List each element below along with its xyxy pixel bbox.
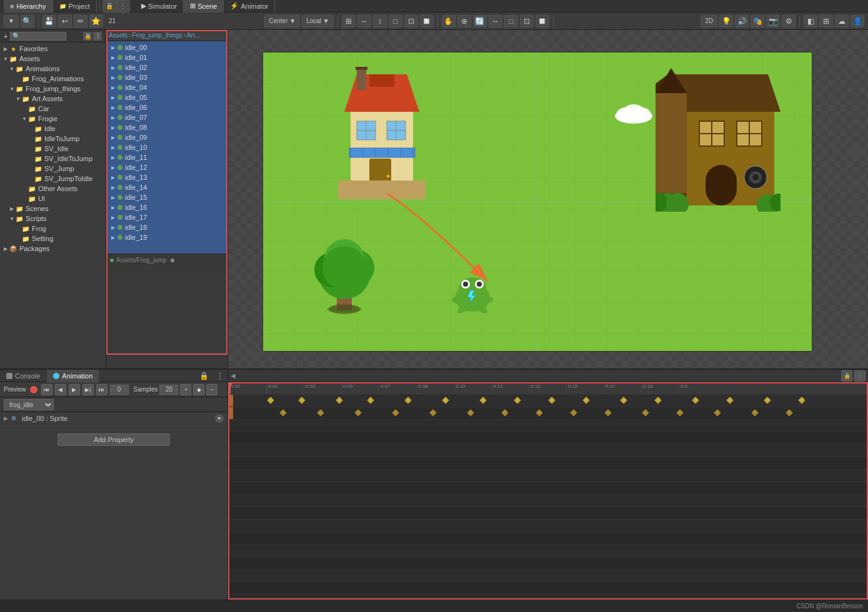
tree-idle[interactable]: ▶ 📁 Idle [0, 124, 106, 134]
panel-lock-btn[interactable]: 🔒 [102, 0, 116, 12]
add-property-btn[interactable]: Add Property [57, 433, 170, 446]
tool-star[interactable]: ⭐ [89, 15, 103, 27]
btn-next-frame[interactable]: ▶| [82, 384, 94, 395]
panel-menu-bottom[interactable]: ⋮ [212, 372, 227, 380]
list-item[interactable]: ▶ idle_00 [106, 42, 227, 52]
hierarchy-lock[interactable]: 🔒 [83, 32, 92, 41]
tab-hierarchy[interactable]: ≡ Hierarchy [4, 0, 53, 12]
tree-sv-jump[interactable]: ▶ 📁 SV_Jump [0, 164, 106, 174]
panel-lock-bottom[interactable]: 🔒 [196, 372, 212, 380]
tree-assets[interactable]: ▼ 📁 Assets [0, 54, 106, 64]
btn-curve[interactable]: ~ [206, 384, 217, 395]
tool-custom[interactable]: 🔲 [536, 15, 549, 27]
tree-setting[interactable]: ▶ 📁 Setting [0, 234, 106, 244]
list-item[interactable]: ▶ idle_07 [106, 112, 227, 122]
tool-move[interactable]: ⊕ [457, 15, 471, 27]
tree-ui[interactable]: ▶ 📁 UI [0, 194, 106, 204]
timeline-track-0[interactable] [228, 395, 868, 407]
list-item[interactable]: ▶ idle_15 [106, 192, 227, 202]
tree-scripts[interactable]: ▼ 📁 Scripts [0, 214, 106, 224]
list-item[interactable]: ▶ idle_10 [106, 142, 227, 152]
hierarchy-add-btn[interactable]: + [4, 32, 7, 40]
list-item[interactable]: ▶ idle_19 [106, 232, 227, 242]
tree-favorites[interactable]: ▶ ★ Favorites [0, 44, 106, 54]
tool-transform[interactable]: 🔲 [420, 15, 434, 27]
btn-prev-frame[interactable]: ◀ [55, 384, 66, 395]
tool-save[interactable]: 💾 [42, 15, 56, 27]
btn-samples-up[interactable]: + [180, 384, 191, 395]
pivot-btn[interactable]: Center ▼ [264, 15, 300, 27]
list-item[interactable]: ▶ idle_05 [106, 92, 227, 102]
tab-animation[interactable]: Animation [47, 370, 99, 382]
tool-rect3[interactable]: □ [504, 15, 518, 27]
timeline-track-1[interactable] [228, 407, 868, 420]
record-btn[interactable] [30, 386, 37, 393]
tab-console[interactable]: Console [0, 370, 47, 382]
tool-pivot2[interactable]: ↕ [373, 15, 387, 27]
tab-simulator[interactable]: ▶ Simulator [135, 0, 184, 12]
tree-packages[interactable]: ▶ 📦 Packages [0, 244, 106, 254]
tool-grid[interactable]: ⊞ [342, 15, 356, 27]
tool-rect2[interactable]: ⊡ [404, 15, 418, 27]
btn-cloud[interactable]: ☁ [835, 15, 849, 27]
btn-audio[interactable]: 🔊 [735, 15, 749, 27]
btn-goto-start[interactable]: ⏮ [41, 384, 52, 395]
samples-input[interactable]: 20 [159, 385, 178, 395]
tool-undo[interactable]: ↩ [58, 15, 72, 27]
prop-toggle[interactable]: ● [215, 414, 224, 423]
btn-effects[interactable]: 🎭 [751, 15, 764, 27]
panel-menu-btn[interactable]: ⋮ [116, 0, 130, 12]
btn-keyframe[interactable]: ◆ [193, 384, 204, 395]
list-item[interactable]: ▶ idle_13 [106, 172, 227, 182]
list-item[interactable]: ▶ idle_03 [106, 72, 227, 82]
tool-arrows[interactable]: ↔ [357, 15, 371, 27]
btn-camera[interactable]: 📷 [766, 15, 780, 27]
tree-idle-to-jump[interactable]: ▶ 📁 IdleToJump [0, 134, 106, 144]
tree-frog-animations[interactable]: ▶ 📁 Frog_Animations [0, 74, 106, 84]
clip-selector[interactable]: frog_idle [4, 399, 54, 410]
list-item[interactable]: ▶ idle_14 [106, 182, 227, 192]
tree-frog-jump[interactable]: ▼ 📁 Frog_jump_things [0, 84, 106, 94]
tab-scene[interactable]: ⊞ Scene [184, 0, 224, 12]
btn-settings-view[interactable]: ⚙ [782, 15, 796, 27]
tree-scenes[interactable]: ▶ 📁 Scenes [0, 204, 106, 214]
tool-select[interactable]: ▼ [4, 15, 19, 27]
tree-sv-jump-to-idle[interactable]: ▶ 📁 SV_JumpToIdle [0, 174, 106, 184]
tree-art-assets[interactable]: ▼ 📁 Art Assets [0, 94, 106, 104]
hierarchy-search[interactable] [10, 32, 66, 41]
hierarchy-menu[interactable]: ⋮ [93, 32, 102, 41]
list-item[interactable]: ▶ idle_09 [106, 132, 227, 142]
tab-project[interactable]: 📁 Project [53, 0, 97, 12]
search-btn[interactable]: 🔍 [21, 15, 34, 27]
list-item[interactable]: ▶ idle_04 [106, 82, 227, 92]
prop-idle-00[interactable]: ▶ ⚙ idle_00 : Sprite ● [0, 412, 227, 425]
list-item[interactable]: ▶ idle_02 [106, 62, 227, 72]
tool-rotate[interactable]: 🔄 [473, 15, 487, 27]
tool-hand[interactable]: ✋ [442, 15, 456, 27]
list-item[interactable]: ▶ idle_16 [106, 202, 227, 212]
timeline-menu-btn[interactable]: ⋮ [854, 370, 866, 382]
tool-scale[interactable]: ↔ [489, 15, 502, 27]
scene-canvas-area[interactable] [228, 30, 868, 368]
frame-input[interactable]: 0 [110, 385, 129, 395]
list-item[interactable]: ▶ idle_01 [106, 52, 227, 62]
list-item[interactable]: ▶ idle_08 [106, 122, 227, 132]
list-item[interactable]: ▶ idle_12 [106, 162, 227, 172]
tool-pencil[interactable]: ✏ [74, 15, 87, 27]
btn-layers[interactable]: ◧ [804, 15, 817, 27]
tree-frog-script[interactable]: ▶ 📁 Frog [0, 224, 106, 234]
btn-2d[interactable]: 2D [701, 15, 717, 27]
tree-animations[interactable]: ▼ 📁 Animations [0, 64, 106, 74]
tree-sv-idle[interactable]: ▶ 📁 SV_Idle [0, 144, 106, 154]
tree-car[interactable]: ▶ 📁 Car [0, 104, 106, 114]
btn-account[interactable]: 👤 [851, 15, 864, 27]
list-item[interactable]: ▶ idle_06 [106, 102, 227, 112]
tree-sv-idle-to-jump[interactable]: ▶ 📁 SV_IdleToJump [0, 154, 106, 164]
btn-play[interactable]: ▶ [69, 384, 80, 395]
btn-layout[interactable]: ⊞ [819, 15, 833, 27]
btn-goto-end[interactable]: ⏭ [96, 384, 107, 395]
tab-animator[interactable]: ⚡ Animator [224, 0, 275, 12]
tree-frogie[interactable]: ▼ 📁 Frogie [0, 114, 106, 124]
tool-multisel[interactable]: ⊡ [520, 15, 534, 27]
list-item[interactable]: ▶ idle_17 [106, 212, 227, 222]
